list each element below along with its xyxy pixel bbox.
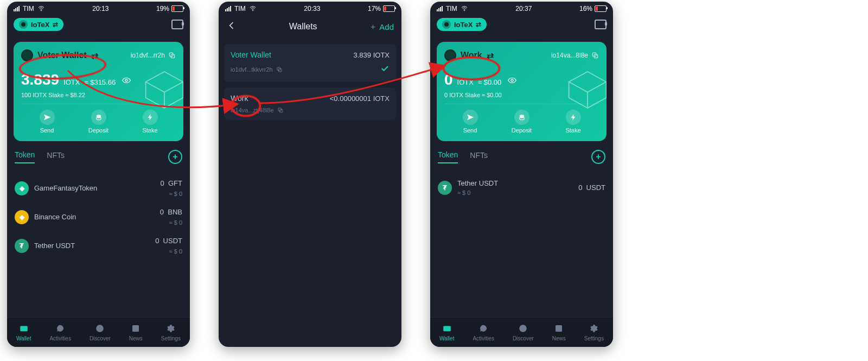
wallet-item-name: Voter Wallet bbox=[231, 50, 271, 59]
send-icon bbox=[463, 110, 478, 125]
copy-icon bbox=[276, 66, 283, 73]
svg-rect-6 bbox=[20, 326, 28, 331]
wallet-name-button[interactable]: Voter Wallet ⇄ bbox=[21, 49, 98, 61]
decor-cube-icon bbox=[141, 68, 183, 115]
swap-icon: ⇄ bbox=[487, 50, 494, 61]
tab-token[interactable]: Token bbox=[15, 150, 35, 163]
network-label: IoTeX bbox=[454, 21, 473, 29]
token-fiat: ≈ $ 0 bbox=[169, 219, 182, 226]
plus-icon: ＋ bbox=[369, 22, 377, 32]
wallet-address[interactable]: io14va...8l8e bbox=[551, 52, 599, 59]
send-label: Send bbox=[40, 127, 54, 134]
nav-settings[interactable]: Settings bbox=[161, 324, 181, 341]
network-label: IoTeX bbox=[31, 21, 49, 29]
copy-icon[interactable] bbox=[591, 52, 599, 59]
status-bar: TIM 20:33 17% bbox=[219, 2, 401, 15]
balance-card: Voter Wallet ⇄ io1dvf...rr2h 3.839 IOTX … bbox=[14, 42, 183, 141]
token-icon: ₮ bbox=[15, 239, 29, 253]
token-name: GameFantasyToken bbox=[34, 184, 97, 192]
deposit-button[interactable]: Deposit bbox=[73, 104, 124, 139]
nav-settings[interactable]: Settings bbox=[584, 324, 604, 341]
decor-cube-icon bbox=[564, 68, 607, 115]
wallets-header: Wallets ＋Add bbox=[219, 15, 401, 39]
balance-fiat: ≈ $315.66 bbox=[84, 78, 116, 86]
nav-wallet[interactable]: Wallet bbox=[16, 324, 31, 341]
network-chip[interactable]: IoTeX ⇄ bbox=[437, 18, 487, 31]
tab-token[interactable]: Token bbox=[438, 150, 458, 163]
token-fiat: ≈ $ 0 bbox=[169, 248, 182, 255]
battery-indicator: 16% bbox=[579, 5, 607, 12]
wallet-name-button[interactable]: Work ⇄ bbox=[444, 49, 494, 61]
nav-news[interactable]: News bbox=[129, 324, 143, 341]
nav-wallet[interactable]: Wallet bbox=[439, 324, 454, 341]
token-amount: 0 bbox=[161, 179, 164, 187]
nav-wallet-label: Wallet bbox=[439, 335, 454, 341]
token-name: Binance Coin bbox=[34, 213, 76, 221]
nav-activities-label: Activities bbox=[49, 335, 71, 341]
wifi-icon bbox=[249, 5, 257, 12]
wallet-manager-icon[interactable] bbox=[595, 20, 607, 29]
add-token-button[interactable]: + bbox=[168, 150, 182, 164]
nav-discover[interactable]: Discover bbox=[513, 324, 534, 341]
token-symbol: GFT bbox=[168, 179, 182, 187]
page-title: Wallets bbox=[289, 22, 317, 31]
token-icon: ◆ bbox=[15, 210, 29, 224]
stake-label: Stake bbox=[565, 127, 580, 134]
send-button[interactable]: Send bbox=[444, 104, 496, 139]
wallet-name-label: Voter Wallet bbox=[37, 50, 87, 60]
wallet-item-address[interactable]: io1dvf...tkkvrr2h bbox=[231, 66, 283, 73]
copy-icon[interactable] bbox=[168, 52, 176, 59]
token-sub: ≈ $ 0 bbox=[457, 189, 498, 196]
svg-point-22 bbox=[520, 325, 527, 332]
add-wallet-button[interactable]: ＋Add bbox=[369, 22, 394, 32]
wallet-item-name: Work bbox=[231, 94, 248, 103]
swap-icon: ⇄ bbox=[91, 50, 98, 61]
phone-3: TIM 20:37 16% IoTeX ⇄ Work ⇄ io bbox=[430, 2, 613, 347]
wallet-item[interactable]: Voter Wallet 3.839 IOTX io1dvf...tkkvrr2… bbox=[224, 44, 396, 82]
token-row[interactable]: ₮ Tether USDT ≈ $ 0 0 USDT bbox=[438, 174, 605, 201]
token-name: Tether USDT bbox=[457, 179, 498, 187]
svg-point-15 bbox=[464, 10, 464, 11]
nav-discover[interactable]: Discover bbox=[90, 324, 111, 341]
nav-activities[interactable]: Activities bbox=[473, 324, 494, 341]
eye-icon[interactable] bbox=[508, 76, 516, 85]
tab-nfts[interactable]: NFTs bbox=[470, 151, 488, 163]
nav-settings-label: Settings bbox=[584, 335, 604, 341]
token-row[interactable]: ◆ GameFantasyToken 0 GFT ≈ $ 0 bbox=[15, 174, 182, 202]
wallet-item-address[interactable]: io14va...ztj48l8e bbox=[231, 107, 284, 113]
status-time: 20:13 bbox=[92, 5, 108, 12]
nav-activities[interactable]: Activities bbox=[49, 324, 71, 341]
tab-nfts[interactable]: NFTs bbox=[47, 151, 65, 163]
wallet-address[interactable]: io1dvf...rr2h bbox=[131, 52, 176, 59]
app-header: IoTeX ⇄ bbox=[430, 15, 613, 36]
bottom-nav: Wallet Activities Discover News Settings bbox=[430, 317, 613, 347]
add-token-button[interactable]: + bbox=[591, 150, 605, 164]
network-chip[interactable]: IoTeX ⇄ bbox=[14, 18, 63, 31]
phone-2: TIM 20:33 17% Wallets ＋Add Voter Wallet … bbox=[219, 2, 401, 347]
app-header: IoTeX ⇄ bbox=[7, 15, 190, 36]
deposit-icon bbox=[91, 110, 106, 125]
token-row[interactable]: ◆ Binance Coin 0 BNB ≈ $ 0 bbox=[15, 202, 182, 231]
send-icon bbox=[40, 110, 55, 125]
balance-fiat: ≈ $0.00 bbox=[478, 78, 501, 86]
token-symbol: USDT bbox=[163, 237, 182, 245]
back-button[interactable] bbox=[226, 20, 237, 33]
token-row[interactable]: ₮ Tether USDT 0 USDT ≈ $ 0 bbox=[15, 231, 182, 260]
send-button[interactable]: Send bbox=[21, 104, 73, 139]
asset-tabs: Token NFTs + bbox=[15, 150, 182, 164]
nav-news[interactable]: News bbox=[552, 324, 566, 341]
wallet-item[interactable]: Work <0.00000001 IOTX io14va...ztj48l8e bbox=[224, 87, 396, 120]
swap-icon: ⇄ bbox=[53, 21, 58, 28]
network-icon bbox=[442, 20, 451, 29]
balance-unit: IOTX bbox=[457, 78, 474, 86]
balance-unit: IOTX bbox=[63, 78, 80, 86]
battery-indicator: 17% bbox=[368, 5, 395, 12]
svg-point-7 bbox=[97, 325, 104, 332]
deposit-button[interactable]: Deposit bbox=[496, 104, 547, 139]
wallet-coin-icon bbox=[21, 49, 33, 61]
svg-rect-21 bbox=[443, 326, 451, 331]
wallet-coin-icon bbox=[444, 49, 456, 61]
eye-icon[interactable] bbox=[122, 76, 131, 85]
wallet-manager-icon[interactable] bbox=[171, 20, 183, 29]
wallet-name-label: Work bbox=[461, 50, 482, 60]
